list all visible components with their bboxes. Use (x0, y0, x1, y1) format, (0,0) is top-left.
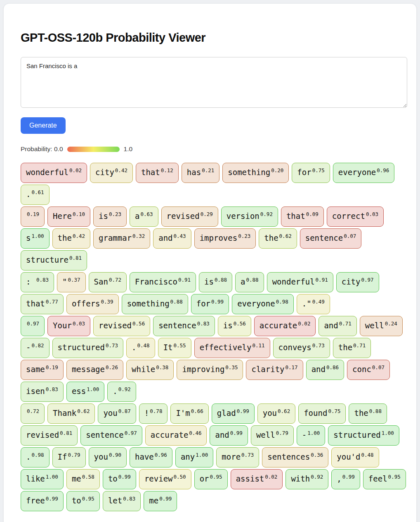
token-chip[interactable]: have0.96 (130, 447, 172, 467)
token-chip[interactable]: Thank0.62 (47, 403, 95, 424)
token-chip[interactable]: improving0.35 (177, 360, 243, 380)
token-chip[interactable]: any1.00 (175, 447, 213, 467)
token-chip[interactable]: structured1.00 (328, 425, 399, 446)
token-chip[interactable]: that0.12 (136, 163, 179, 183)
token-chip[interactable]: the0.71 (333, 338, 371, 358)
token-chip[interactable]: let0.83 (103, 491, 141, 511)
token-chip[interactable]: assist0.02 (231, 469, 283, 489)
token-chip[interactable]: is0.23 (93, 206, 127, 227)
token-chip[interactable]: I'm0.66 (170, 403, 208, 424)
token-chip[interactable]: Francisco0.91 (130, 272, 196, 292)
generate-button[interactable]: Generate (21, 117, 66, 134)
token-chip[interactable]: accurate0.46 (145, 425, 207, 446)
token-chip[interactable]: offers0.39 (66, 294, 119, 314)
token-chip[interactable]: structured0.73 (52, 338, 124, 358)
token-chip[interactable]: conveys0.73 (273, 338, 330, 358)
token-chip[interactable]: for0.99 (191, 294, 229, 314)
token-chip[interactable]: the0.88 (349, 403, 387, 424)
token-chip[interactable]: San0.72 (89, 272, 127, 292)
token-chip[interactable]: feel0.95 (363, 469, 406, 489)
token-chip[interactable]: sentences0.36 (262, 447, 328, 467)
token-chip[interactable]: .0.48 (126, 338, 155, 358)
token-chip[interactable]: a0.63 (130, 206, 158, 227)
token-chip[interactable]: sentence0.97 (80, 425, 142, 446)
token-chip[interactable]: "0.37 (57, 272, 86, 292)
token-chip[interactable]: ess1.00 (66, 382, 104, 402)
token-chip[interactable]: with0.92 (286, 469, 328, 489)
token-chip[interactable]: .0.61 (21, 185, 50, 205)
token-chip[interactable]: revised0.56 (93, 316, 150, 336)
token-chip[interactable]: : 0.83 (21, 272, 54, 292)
token-chip[interactable]: something0.20 (222, 163, 289, 183)
token-chip[interactable]: review0.50 (139, 469, 191, 489)
token-chip[interactable]: Here0.10 (47, 206, 90, 227)
token-chip[interactable]: a0.88 (235, 272, 264, 292)
token-chip[interactable]: sentence0.83 (153, 316, 215, 336)
token-chip[interactable]: everyone0.96 (333, 163, 395, 183)
token-chip[interactable]: well0.24 (360, 316, 403, 336)
token-chip[interactable]: revised0.29 (161, 206, 218, 227)
token-chip[interactable]: the0.62 (259, 228, 297, 249)
token-chip[interactable]: like1.00 (21, 469, 64, 489)
token-chip[interactable]: is0.88 (199, 272, 232, 292)
token-chip[interactable]: improves0.23 (194, 228, 256, 249)
token-chip[interactable]: more0.73 (216, 447, 259, 467)
token-chip[interactable]: It0.55 (158, 338, 191, 358)
token-chip[interactable]: isen0.83 (21, 382, 64, 402)
token-chip[interactable]: !0.78 (139, 403, 168, 424)
token-chip[interactable]: and0.43 (153, 228, 191, 249)
token-chip[interactable]: everyone0.98 (232, 294, 294, 314)
token-chip[interactable]: -0.82 (21, 338, 50, 358)
token-chip[interactable]: me0.99 (144, 491, 177, 511)
token-chip[interactable]: effectively0.11 (194, 338, 270, 358)
token-chip[interactable]: for0.75 (292, 163, 330, 183)
token-chip[interactable]: same0.19 (21, 360, 64, 380)
prompt-input[interactable]: San Francisco is a (21, 57, 407, 108)
token-chip[interactable]: structure0.81 (21, 250, 87, 270)
token-chip[interactable]: 0.97 (21, 316, 45, 336)
token-chip[interactable]: has0.21 (182, 163, 219, 183)
token-chip[interactable]: that0.09 (281, 206, 324, 227)
token-chip[interactable]: Your0.03 (47, 316, 90, 336)
token-chip[interactable]: 0.72 (21, 403, 45, 424)
token-chip[interactable]: .0.98 (21, 447, 50, 467)
token-chip[interactable]: wonderful0.91 (267, 272, 333, 292)
token-chip[interactable]: to0.99 (103, 469, 136, 489)
token-chip[interactable]: revised0.81 (21, 425, 78, 446)
token-chip[interactable]: conc0.07 (347, 360, 390, 380)
token-chip[interactable]: city0.42 (90, 163, 133, 183)
token-chip[interactable]: -1.00 (297, 425, 326, 446)
token-chip[interactable]: that0.77 (21, 294, 64, 314)
token-chip[interactable]: message0.26 (66, 360, 123, 380)
token-chip[interactable]: found0.75 (298, 403, 346, 424)
token-chip[interactable]: ,0.99 (331, 469, 360, 489)
token-chip[interactable]: is0.56 (218, 316, 251, 336)
token-chip[interactable]: and0.99 (210, 425, 248, 446)
token-chip[interactable]: something0.88 (122, 294, 188, 314)
token-chip[interactable]: 0.19 (21, 206, 45, 227)
token-chip[interactable]: and0.86 (306, 360, 344, 380)
token-chip[interactable]: glad0.99 (212, 403, 255, 424)
token-chip[interactable]: If0.79 (52, 447, 86, 467)
token-chip[interactable]: or0.95 (194, 469, 228, 489)
token-chip[interactable]: grammar0.32 (93, 228, 150, 249)
token-chip[interactable]: me0.58 (66, 469, 100, 489)
token-chip[interactable]: and0.71 (319, 316, 356, 336)
token-chip[interactable]: .0.92 (107, 382, 136, 402)
token-chip[interactable]: you0.62 (257, 403, 295, 424)
token-chip[interactable]: city0.97 (336, 272, 379, 292)
token-chip[interactable]: accurate0.02 (254, 316, 316, 336)
token-chip[interactable]: free0.99 (21, 491, 64, 511)
token-chip[interactable]: the0.42 (52, 228, 90, 249)
token-chip[interactable]: s1.00 (21, 228, 50, 249)
token-chip[interactable]: you'd0.48 (331, 447, 379, 467)
token-chip[interactable]: correct0.03 (327, 206, 384, 227)
token-chip[interactable]: while0.38 (126, 360, 174, 380)
token-chip[interactable]: to0.95 (66, 491, 100, 511)
token-chip[interactable]: well0.79 (251, 425, 294, 446)
token-chip[interactable]: version0.92 (221, 206, 278, 227)
token-chip[interactable]: ."0.49 (297, 294, 330, 314)
token-chip[interactable]: clarity0.17 (246, 360, 303, 380)
token-chip[interactable]: sentence0.07 (300, 228, 362, 249)
token-chip[interactable]: you0.87 (98, 403, 136, 424)
